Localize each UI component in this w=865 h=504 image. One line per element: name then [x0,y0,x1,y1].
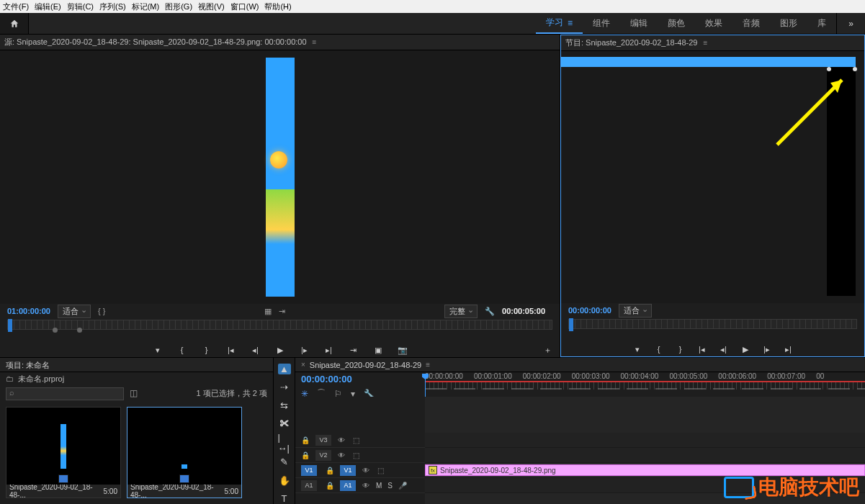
filter-bin-icon[interactable]: ◫ [130,388,138,398]
go-in-icon[interactable]: |◂ [697,345,707,354]
workspace-color[interactable]: 颜色 [658,13,695,34]
selection-tool[interactable]: ▲ [278,364,291,374]
source-grid-icon[interactable]: { } [98,307,105,315]
work-area-bar[interactable] [425,388,865,390]
output-icon[interactable]: ⬚ [351,451,360,459]
menu-graphics[interactable]: 图形(G) [165,1,192,12]
source-patch-v1[interactable]: V1 [301,465,317,476]
button-editor-icon[interactable]: ＋ [542,345,552,356]
fx-badge[interactable]: fx [429,466,437,474]
go-out-icon[interactable]: ▸| [324,346,334,355]
go-out-icon[interactable]: ▸| [784,345,794,354]
menu-view[interactable]: 视图(V) [198,1,225,12]
track-header-v1[interactable]: V1🔒V1👁⬚ [295,463,425,478]
panel-menu-icon[interactable]: ≡ [426,361,430,369]
panel-menu-icon[interactable]: ≡ [703,39,707,47]
source-still-icon[interactable]: ▦ [264,307,272,316]
timeline-tab[interactable]: × Snipaste_2020-09-02_18-48-29 ≡ [295,358,865,372]
mark-out-icon[interactable]: } [676,345,686,354]
step-fwd-icon[interactable]: |▸ [300,346,310,355]
menu-help[interactable]: 帮助(H) [264,1,291,12]
track-tag[interactable]: V2 [315,450,331,461]
home-button[interactable] [0,13,29,34]
workspace-graphics[interactable]: 图形 [770,13,807,34]
source-timecode-left[interactable]: 01:00:00:00 [7,307,50,315]
lock-icon[interactable]: 🔒 [326,467,334,474]
mark-in-icon[interactable]: { [654,345,664,354]
source-sash-icon[interactable]: ⇥ [279,307,285,316]
track-lane-v3[interactable] [425,433,865,448]
program-timecode-left[interactable]: 00:00:00:00 [568,306,611,315]
play-icon[interactable]: ▶ [740,345,750,354]
voiceover-icon[interactable]: 🎤 [398,482,407,490]
project-breadcrumb[interactable]: 🗀 未命名.prproj [0,372,273,385]
menu-clip[interactable]: 剪辑(C) [67,1,94,12]
track-lane-a1[interactable] [425,478,865,493]
workspace-audio[interactable]: 音频 [732,13,770,34]
type-tool[interactable]: T [278,493,291,504]
overwrite-icon[interactable]: ▣ [373,346,383,355]
program-tabbar[interactable]: 节目: Snipaste_2020-09-02_18-48-29 ≡ [561,35,864,51]
track-lane-v2[interactable] [425,448,865,463]
track-area[interactable]: fx Snipaste_2020-09-02_18-48-29.png [425,397,865,504]
eye-icon[interactable]: 👁 [362,482,370,490]
menu-marker[interactable]: 标记(M) [132,1,160,12]
source-scrub-bar[interactable] [7,320,552,330]
step-fwd-icon[interactable]: |▸ [762,345,772,354]
workspace-effects[interactable]: 效果 [695,13,732,34]
play-icon[interactable]: ▶ [275,346,285,355]
eye-icon[interactable]: 👁 [362,467,370,474]
menu-edit[interactable]: 编辑(E) [35,1,61,12]
solo-label[interactable]: S [387,482,393,490]
program-fit-dropdown[interactable]: 适合 [619,304,652,318]
track-tag[interactable]: A1 [340,480,356,491]
workspace-edit[interactable]: 编辑 [620,13,658,34]
export-frame-icon[interactable]: 📷 [398,346,408,355]
scrub-marker[interactable] [53,328,58,333]
output-icon[interactable]: ⬚ [351,436,360,444]
track-header-v3[interactable]: 🔒V3👁⬚ [295,433,425,448]
source-wrench-icon[interactable]: 🔧 [485,307,495,316]
hamburger-icon[interactable]: ≡ [568,18,573,28]
mute-label[interactable]: M [376,482,382,490]
lock-icon[interactable]: 🔒 [326,482,334,490]
workspace-assembly[interactable]: 组件 [583,13,620,34]
track-tag[interactable]: V3 [315,435,331,446]
bin-item-still[interactable]: Snipaste_2020-09-02_18-48-...5:00 [6,407,121,498]
source-fit-dropdown[interactable]: 适合 [58,305,91,318]
track-select-tool[interactable]: ⇢ [278,382,291,392]
project-search-input[interactable] [6,387,124,400]
source-viewport[interactable] [0,50,560,304]
step-back-icon[interactable]: ◂| [251,346,261,355]
mark-in-icon[interactable]: { [177,346,187,354]
menu-file[interactable]: 文件(F) [3,1,29,12]
workspace-overflow[interactable]: » [836,13,865,34]
output-icon[interactable]: ⬚ [376,467,385,474]
menu-window[interactable]: 窗口(W) [230,1,259,12]
insert-icon[interactable]: ⇥ [349,346,359,355]
source-tabbar[interactable]: 源: Snipaste_2020-09-02_18-48-29: Snipast… [0,35,560,50]
track-header-a1[interactable]: A1🔒A1👁MS🎤 [295,478,425,493]
bin-item-sequence[interactable]: Snipaste_2020-09-02_18-48-...5:00 [127,407,242,498]
project-bin[interactable]: Snipaste_2020-09-02_18-48-...5:00 Snipas… [0,401,273,504]
workspace-learn[interactable]: 学习≡ [536,13,583,34]
add-marker-icon[interactable]: ▾ [632,345,642,354]
hand-tool[interactable]: ✋ [278,474,291,485]
ripple-edit-tool[interactable]: ⇆ [278,400,291,411]
track-header-v2[interactable]: 🔒V2👁⬚ [295,448,425,463]
mark-out-icon[interactable]: } [202,346,212,354]
lock-icon[interactable]: 🔒 [301,436,310,444]
timeline-timecode[interactable]: 00:00:00:00 [301,374,419,384]
track-tag[interactable]: V1 [340,465,356,476]
source-res-dropdown[interactable]: 完整 [444,305,478,318]
program-viewport[interactable] [561,51,864,303]
panel-menu-icon[interactable]: ≡ [313,38,317,46]
close-icon[interactable]: × [301,361,305,369]
slip-tool[interactable]: |↔| [278,436,291,449]
eye-icon[interactable]: 👁 [337,436,346,444]
program-scrub-bar[interactable] [568,319,857,329]
source-patch-a1[interactable]: A1 [301,480,317,491]
step-back-icon[interactable]: ◂| [719,345,729,354]
scrub-marker[interactable] [77,328,82,333]
add-marker-icon[interactable]: ▾ [153,346,163,355]
